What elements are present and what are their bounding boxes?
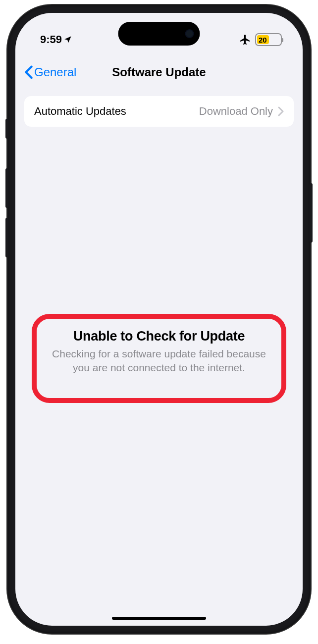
- error-title: Unable to Check for Update: [42, 329, 276, 344]
- automatic-updates-row[interactable]: Automatic Updates Download Only: [24, 96, 294, 127]
- automatic-updates-label: Automatic Updates: [34, 105, 126, 118]
- phone-frame: 9:59 20 General: [7, 5, 311, 634]
- location-arrow-icon: [63, 35, 72, 44]
- back-button[interactable]: General: [24, 65, 76, 79]
- page-title: Software Update: [112, 65, 206, 79]
- chevron-right-icon: [278, 106, 284, 116]
- dynamic-island: [118, 22, 200, 46]
- front-camera: [185, 29, 194, 38]
- automatic-updates-value: Download Only: [199, 105, 273, 118]
- mute-switch[interactable]: [5, 119, 8, 139]
- battery-indicator: 20: [255, 33, 282, 46]
- back-label: General: [34, 65, 76, 79]
- volume-down-button[interactable]: [5, 218, 8, 257]
- error-subtitle: Checking for a software update failed be…: [45, 347, 273, 375]
- status-time: 9:59: [40, 33, 62, 46]
- nav-bar: General Software Update: [15, 57, 303, 87]
- content-area: Automatic Updates Download Only: [15, 87, 303, 136]
- battery-percent: 20: [256, 36, 281, 44]
- error-message-block: Unable to Check for Update Checking for …: [33, 318, 285, 389]
- home-indicator[interactable]: [112, 617, 206, 620]
- power-button[interactable]: [310, 183, 313, 243]
- airplane-mode-icon: [239, 34, 251, 46]
- chevron-left-icon: [24, 65, 33, 79]
- screen: 9:59 20 General: [15, 13, 303, 626]
- volume-up-button[interactable]: [5, 168, 8, 208]
